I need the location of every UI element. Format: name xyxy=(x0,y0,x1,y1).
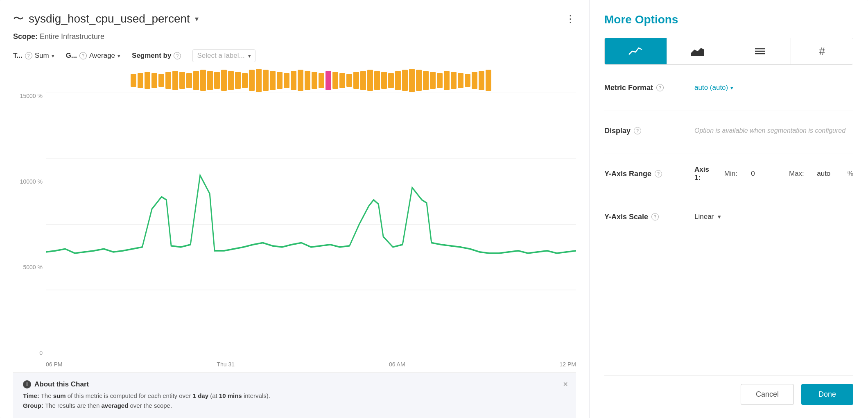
y-scale-value: Linear xyxy=(694,213,714,221)
metric-format-row: Metric Format ? auto (auto) ▾ xyxy=(604,80,853,96)
about-title: i About this Chart xyxy=(23,380,566,388)
display-label: Display ? xyxy=(604,127,694,135)
segment-label: Segment by xyxy=(132,52,171,60)
title-area: 〜 sysdig_host_cpu_used_percent ▾ xyxy=(13,11,199,26)
display-hint: Option is available when segmentation is… xyxy=(694,127,845,134)
max-label: Max: xyxy=(789,170,804,178)
segment-placeholder: Select a label... xyxy=(197,52,244,60)
time-control: T... ? Sum ▾ xyxy=(13,52,54,60)
metric-title: sysdig_host_cpu_used_percent xyxy=(29,12,190,25)
group-value: Average xyxy=(89,52,115,60)
scope-row: Scope: Entire Infrastructure xyxy=(13,32,576,41)
group-dropdown[interactable]: ▾ xyxy=(118,53,120,59)
divider-3 xyxy=(604,197,853,197)
right-panel: More Options # xyxy=(590,0,868,418)
minimap-bars xyxy=(131,70,491,91)
segment-control: Segment by ? xyxy=(132,52,181,60)
cancel-button[interactable]: Cancel xyxy=(741,384,794,405)
segment-dropdown-arrow: ▾ xyxy=(248,53,251,59)
y-axis-range-row: Y-Axis Range ? Axis 1: Min: Max: % xyxy=(604,166,853,182)
display-row: Display ? Option is available when segme… xyxy=(604,123,853,139)
y-label-10000: 10000 % xyxy=(20,178,43,185)
tab-hash-icon: # xyxy=(819,45,825,58)
more-options-title: More Options xyxy=(604,13,853,26)
x-label-6pm: 06 PM xyxy=(46,361,62,368)
y-label-5000: 5000 % xyxy=(23,264,43,270)
metric-format-value[interactable]: auto (auto) ▾ xyxy=(694,84,733,92)
axis-unit: % xyxy=(848,170,853,177)
y-axis-scale-row: Y-Axis Scale ? Linear ▾ xyxy=(604,209,853,225)
y-scale-arrow: ▾ xyxy=(718,213,721,220)
about-section: i About this Chart Time: The sum of this… xyxy=(13,373,576,418)
time-help-icon[interactable]: ? xyxy=(25,52,32,59)
time-value: Sum xyxy=(35,52,49,60)
y-axis-range-content: Axis 1: Min: Max: % xyxy=(694,166,853,182)
about-time-label: Time: xyxy=(23,392,39,399)
options-section: Metric Format ? auto (auto) ▾ Display ? xyxy=(604,80,853,375)
x-label-thu31: Thu 31 xyxy=(217,361,235,368)
about-10mins: 10 mins xyxy=(219,392,242,399)
y-scale-dropdown[interactable]: Linear ▾ xyxy=(694,213,721,221)
max-input[interactable] xyxy=(807,170,840,178)
x-label-6am: 06 AM xyxy=(389,361,405,368)
tab-number-view[interactable]: # xyxy=(791,38,853,64)
about-text-group: Group: The results are then averaged ove… xyxy=(23,401,566,411)
more-options-button[interactable]: ⋮ xyxy=(565,13,576,25)
time-dropdown[interactable]: ▾ xyxy=(52,53,54,59)
metric-format-content: auto (auto) ▾ xyxy=(694,84,853,92)
tab-list-view[interactable] xyxy=(729,38,791,64)
metric-icon: 〜 xyxy=(13,11,24,26)
group-help-icon[interactable]: ? xyxy=(79,52,87,59)
divider-1 xyxy=(604,111,853,111)
scope-label: Scope: xyxy=(13,32,38,41)
about-sum: sum xyxy=(53,392,66,399)
metric-dropdown-arrow[interactable]: ▾ xyxy=(195,14,199,23)
about-averaged: averaged xyxy=(101,402,128,409)
y-axis-range-label: Y-Axis Range ? xyxy=(604,170,694,178)
header-row: 〜 sysdig_host_cpu_used_percent ▾ ⋮ xyxy=(13,11,576,26)
max-field: Max: xyxy=(789,170,840,178)
footer-buttons: Cancel Done xyxy=(604,375,853,405)
min-field: Min: xyxy=(724,170,765,178)
group-control: G... ? Average ▾ xyxy=(66,52,120,60)
x-axis: 06 PM Thu 31 06 AM 12 PM xyxy=(46,356,576,373)
y-label-15000: 15000 % xyxy=(20,93,43,99)
tab-line-chart[interactable] xyxy=(605,38,667,64)
metric-format-label: Metric Format ? xyxy=(604,84,694,92)
y-axis-scale-content: Linear ▾ xyxy=(694,213,853,221)
about-close-button[interactable]: × xyxy=(563,379,568,389)
divider-2 xyxy=(604,154,853,154)
display-help[interactable]: ? xyxy=(634,127,641,134)
minimap[interactable] xyxy=(13,68,576,93)
segment-help-icon[interactable]: ? xyxy=(174,52,181,59)
done-button[interactable]: Done xyxy=(801,384,853,405)
x-label-12pm: 12 PM xyxy=(560,361,576,368)
chart-type-tabs: # xyxy=(604,38,853,65)
about-group-label: Group: xyxy=(23,402,43,409)
tab-area-chart[interactable] xyxy=(667,38,729,64)
min-input[interactable] xyxy=(741,170,765,178)
about-1day: 1 day xyxy=(193,392,208,399)
metric-format-arrow: ▾ xyxy=(730,85,733,91)
about-info-icon: i xyxy=(23,380,31,388)
axis1-label: Axis 1: xyxy=(694,166,717,182)
y-label-0: 0 xyxy=(39,350,43,356)
controls-row: T... ? Sum ▾ G... ? Average ▾ Segment by… xyxy=(13,49,576,62)
metric-format-help[interactable]: ? xyxy=(656,84,664,91)
time-label: T... xyxy=(13,52,23,60)
y-axis-scale-help[interactable]: ? xyxy=(651,213,659,220)
about-text-time: Time: The sum of this metric is computed… xyxy=(23,391,566,401)
y-axis-range-help[interactable]: ? xyxy=(655,170,662,177)
min-label: Min: xyxy=(724,170,737,178)
segment-dropdown[interactable]: Select a label... ▾ xyxy=(192,49,255,62)
about-title-text: About this Chart xyxy=(34,380,89,388)
svg-marker-5 xyxy=(691,48,704,56)
y-axis: 15000 % 10000 % 5000 % 0 xyxy=(13,93,46,356)
scope-value: Entire Infrastructure xyxy=(40,32,104,41)
display-content: Option is available when segmentation is… xyxy=(694,127,853,134)
chart-area: 15000 % 10000 % 5000 % 0 06 PM Thu 31 06… xyxy=(13,93,576,373)
left-panel: 〜 sysdig_host_cpu_used_percent ▾ ⋮ Scope… xyxy=(0,0,590,418)
group-label: G... xyxy=(66,52,77,60)
y-axis-scale-label: Y-Axis Scale ? xyxy=(604,213,694,221)
chart-svg xyxy=(46,93,576,356)
